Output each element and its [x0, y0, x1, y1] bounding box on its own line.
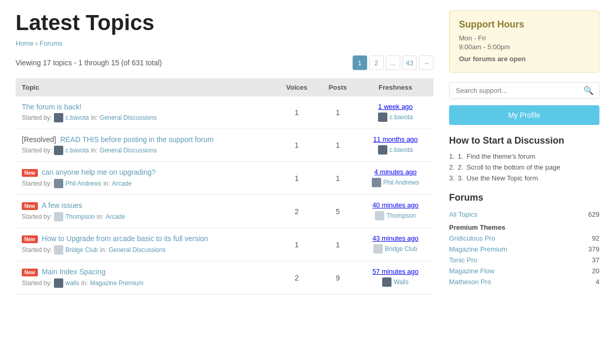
topic-title: New Main Index Spacing [22, 268, 269, 276]
freshness-cell: 11 months ago c.bavota [357, 129, 434, 162]
pagination-page-1[interactable]: 1 [353, 55, 367, 70]
author-link[interactable]: c.bavota [65, 147, 89, 154]
category-link[interactable]: General Discussions [100, 147, 157, 154]
topic-link[interactable]: READ THIS before posting in the support … [60, 135, 213, 144]
support-open-status: Our forums are open [459, 55, 590, 63]
forum-item: Magazine Premium 379 [449, 245, 599, 253]
pagination-next[interactable]: → [419, 55, 434, 70]
pagination: 1 2 ... 43 → [353, 55, 434, 70]
freshness-cell: 1 week ago c.bavota [357, 96, 434, 129]
category-link[interactable]: Magazine Premium [90, 279, 143, 287]
my-profile-button[interactable]: My Profile [449, 105, 599, 125]
forum-link[interactable]: Magazine Flow [449, 267, 494, 275]
forum-link[interactable]: All Topics [449, 211, 478, 218]
voices-cell: 1 [275, 228, 318, 261]
started-by-label: Started by: [22, 246, 52, 254]
how-to-step-1: 1. Find the theme's forum [449, 152, 599, 160]
freshness-time[interactable]: 1 week ago [364, 103, 427, 110]
freshness-author-link[interactable]: Thompson [386, 212, 416, 219]
freshness-time[interactable]: 43 minutes ago [364, 234, 427, 242]
author-link[interactable]: Phil Andrews [65, 180, 101, 187]
new-badge: New [22, 169, 38, 177]
forum-link[interactable]: Gridiculous Pro [449, 234, 495, 242]
viewing-info-bar: Viewing 17 topics - 1 through 15 (of 631… [16, 55, 434, 70]
freshness-link[interactable]: 4 minutes ago [374, 168, 417, 176]
forum-count: 4 [596, 278, 599, 286]
topic-title: New A few issues [22, 201, 269, 210]
freshness-author-link[interactable]: Bridge Club [385, 245, 417, 253]
in-label: in: [97, 213, 104, 220]
resolved-prefix: [Resolved] [22, 135, 56, 144]
category-link[interactable]: General Discussions [108, 246, 165, 254]
freshness-link[interactable]: 1 week ago [378, 103, 413, 110]
col-header-freshness: Freshness [357, 78, 434, 96]
author-link[interactable]: Bridge Club [65, 246, 98, 254]
table-row: The forum is back! Started by: c.bavota … [16, 96, 434, 129]
pagination-page-2[interactable]: 2 [369, 55, 384, 70]
freshness-user: Bridge Club [364, 244, 427, 254]
search-box[interactable]: 🔍 [449, 82, 599, 99]
forum-link[interactable]: Tonic Pro [449, 256, 477, 264]
freshness-time[interactable]: 11 months ago [364, 135, 427, 143]
author-link[interactable]: walls [65, 279, 79, 287]
col-header-posts: Posts [318, 78, 358, 96]
topic-link[interactable]: The forum is back! [22, 103, 81, 111]
author-link[interactable]: c.bavota [65, 114, 89, 121]
posts-cell: 1 [318, 162, 358, 195]
category-link[interactable]: Arcade [112, 180, 132, 187]
search-button[interactable]: 🔍 [578, 82, 599, 99]
voices-cell: 1 [275, 162, 318, 195]
freshness-user: c.bavota [364, 145, 427, 155]
how-to-list: 1. Find the theme's forum2. Scroll to th… [449, 152, 599, 182]
voices-cell: 1 [275, 96, 318, 129]
freshness-author-link[interactable]: c.bavota [389, 146, 413, 153]
step-text: Find the theme's forum [467, 152, 536, 160]
search-input[interactable] [450, 82, 578, 99]
topic-link[interactable]: A few issues [42, 201, 82, 209]
forum-count: 20 [592, 267, 599, 275]
sidebar: Support Hours Mon - Fri 9:00am - 5:00pm … [449, 10, 599, 295]
freshness-avatar [372, 178, 381, 187]
topic-meta: Started by: c.bavota in: General Discuss… [22, 113, 269, 122]
topic-link[interactable]: How to Upgrade from arcade basic to its … [42, 234, 208, 243]
step-number: 1. [458, 152, 464, 160]
freshness-author-link[interactable]: Phil Andrews [383, 179, 419, 186]
topic-link[interactable]: can anyone help me on upgrading? [42, 168, 156, 176]
forum-link[interactable]: Matheson Pro [449, 278, 491, 286]
pagination-page-43[interactable]: 43 [402, 55, 417, 70]
forum-count: 37 [592, 256, 599, 264]
freshness-avatar [373, 244, 383, 254]
author-avatar [54, 113, 63, 122]
how-to-step-2: 2. Scroll to the bottom of the page [449, 163, 599, 171]
breadcrumb-forums[interactable]: Forums [39, 39, 62, 47]
topic-meta: Started by: Bridge Club in: General Disc… [22, 245, 269, 255]
forum-link[interactable]: Magazine Premium [449, 245, 507, 253]
category-link[interactable]: Arcade [105, 213, 125, 220]
freshness-time[interactable]: 4 minutes ago [364, 168, 427, 176]
freshness-link[interactable]: 11 months ago [373, 135, 418, 143]
in-label: in: [100, 246, 107, 254]
freshness-author-link[interactable]: c.bavota [389, 114, 413, 121]
topic-link[interactable]: Main Index Spacing [42, 268, 106, 276]
step-number: 2. [458, 163, 464, 171]
table-row: New How to Upgrade from arcade basic to … [16, 228, 434, 261]
freshness-time[interactable]: 57 minutes ago [364, 268, 427, 275]
freshness-link[interactable]: 43 minutes ago [372, 234, 418, 242]
support-hours-days: Mon - Fri [459, 34, 590, 42]
topic-meta: Started by: c.bavota in: General Discuss… [22, 146, 269, 155]
freshness-link[interactable]: 40 minutes ago [372, 201, 418, 209]
freshness-link[interactable]: 57 minutes ago [372, 268, 418, 275]
pagination-ellipsis: ... [386, 55, 400, 70]
freshness-author-link[interactable]: Walls [394, 278, 409, 286]
breadcrumb-home[interactable]: Home [16, 39, 34, 47]
forum-item: Matheson Pro 4 [449, 278, 599, 286]
freshness-time[interactable]: 40 minutes ago [364, 201, 427, 209]
started-by-label: Started by: [22, 114, 52, 121]
forum-item: Gridiculous Pro 92 [449, 234, 599, 242]
freshness-avatar [382, 277, 392, 287]
page-title: Latest Topics [16, 10, 434, 35]
topic-title: [Resolved] READ THIS before posting in t… [22, 135, 269, 144]
category-link[interactable]: General Discussions [100, 114, 157, 121]
author-link[interactable]: Thompson [65, 213, 95, 220]
topic-title: New How to Upgrade from arcade basic to … [22, 234, 269, 243]
